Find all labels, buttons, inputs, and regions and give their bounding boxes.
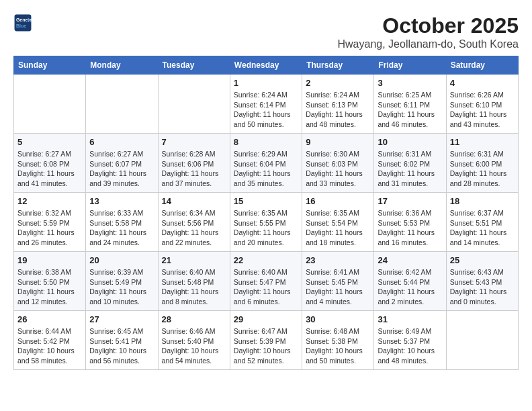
calendar-week-1: 1Sunrise: 6:24 AM Sunset: 6:14 PM Daylig… [14,75,519,134]
calendar-cell: 14Sunrise: 6:34 AM Sunset: 5:56 PM Dayli… [158,193,230,252]
day-info: Sunrise: 6:36 AM Sunset: 5:53 PM Dayligh… [378,208,442,248]
calendar-table: SundayMondayTuesdayWednesdayThursdayFrid… [13,56,519,370]
day-number: 17 [378,196,442,206]
calendar-cell: 19Sunrise: 6:38 AM Sunset: 5:50 PM Dayli… [14,252,86,311]
header: General Blue October 2025 Hwayang, Jeoll… [13,13,519,50]
calendar-cell: 17Sunrise: 6:36 AM Sunset: 5:53 PM Dayli… [374,193,446,252]
day-info: Sunrise: 6:30 AM Sunset: 6:03 PM Dayligh… [306,149,370,189]
day-info: Sunrise: 6:31 AM Sunset: 6:00 PM Dayligh… [450,149,515,189]
weekday-header-monday: Monday [86,56,158,75]
calendar-cell: 29Sunrise: 6:47 AM Sunset: 5:39 PM Dayli… [230,311,302,370]
day-number: 18 [450,196,515,206]
weekday-header-wednesday: Wednesday [230,56,302,75]
day-info: Sunrise: 6:43 AM Sunset: 5:43 PM Dayligh… [450,267,515,307]
day-info: Sunrise: 6:38 AM Sunset: 5:50 PM Dayligh… [17,267,82,307]
day-info: Sunrise: 6:32 AM Sunset: 5:59 PM Dayligh… [17,208,82,248]
calendar-cell: 26Sunrise: 6:44 AM Sunset: 5:42 PM Dayli… [14,311,86,370]
svg-text:Blue: Blue [16,24,26,28]
logo-icon: General Blue [13,13,32,32]
day-info: Sunrise: 6:40 AM Sunset: 5:47 PM Dayligh… [234,267,298,307]
calendar-cell: 28Sunrise: 6:46 AM Sunset: 5:40 PM Dayli… [158,311,230,370]
day-info: Sunrise: 6:27 AM Sunset: 6:08 PM Dayligh… [17,149,82,189]
day-info: Sunrise: 6:24 AM Sunset: 6:13 PM Dayligh… [306,90,370,130]
calendar-cell: 10Sunrise: 6:31 AM Sunset: 6:02 PM Dayli… [374,134,446,193]
day-info: Sunrise: 6:46 AM Sunset: 5:40 PM Dayligh… [162,326,226,366]
day-number: 4 [450,78,515,88]
calendar-cell: 23Sunrise: 6:41 AM Sunset: 5:45 PM Dayli… [302,252,374,311]
day-number: 14 [162,196,226,206]
calendar-cell: 9Sunrise: 6:30 AM Sunset: 6:03 PM Daylig… [302,134,374,193]
calendar-cell: 2Sunrise: 6:24 AM Sunset: 6:13 PM Daylig… [302,75,374,134]
calendar-cell: 8Sunrise: 6:29 AM Sunset: 6:04 PM Daylig… [230,134,302,193]
calendar-cell: 21Sunrise: 6:40 AM Sunset: 5:48 PM Dayli… [158,252,230,311]
day-number: 9 [306,137,370,147]
day-info: Sunrise: 6:47 AM Sunset: 5:39 PM Dayligh… [234,326,298,366]
day-info: Sunrise: 6:35 AM Sunset: 5:54 PM Dayligh… [306,208,370,248]
day-info: Sunrise: 6:40 AM Sunset: 5:48 PM Dayligh… [162,267,226,307]
weekday-header-friday: Friday [374,56,446,75]
calendar-cell: 18Sunrise: 6:37 AM Sunset: 5:51 PM Dayli… [446,193,518,252]
day-info: Sunrise: 6:45 AM Sunset: 5:41 PM Dayligh… [89,326,154,366]
day-number: 10 [378,137,442,147]
day-info: Sunrise: 6:35 AM Sunset: 5:55 PM Dayligh… [234,208,298,248]
day-number: 5 [17,137,82,147]
day-number: 27 [89,314,154,324]
weekday-header-row: SundayMondayTuesdayWednesdayThursdayFrid… [14,56,519,75]
day-number: 23 [306,255,370,265]
calendar-cell: 22Sunrise: 6:40 AM Sunset: 5:47 PM Dayli… [230,252,302,311]
day-number: 2 [306,78,370,88]
day-number: 7 [162,137,226,147]
day-number: 16 [306,196,370,206]
weekday-header-saturday: Saturday [446,56,518,75]
day-number: 29 [234,314,298,324]
day-number: 25 [450,255,515,265]
day-number: 24 [378,255,442,265]
title-area: October 2025 Hwayang, Jeollanam-do, Sout… [338,13,519,50]
day-number: 1 [234,78,298,88]
calendar-cell: 25Sunrise: 6:43 AM Sunset: 5:43 PM Dayli… [446,252,518,311]
calendar-cell: 12Sunrise: 6:32 AM Sunset: 5:59 PM Dayli… [14,193,86,252]
day-number: 6 [89,137,154,147]
calendar-cell: 1Sunrise: 6:24 AM Sunset: 6:14 PM Daylig… [230,75,302,134]
day-number: 30 [306,314,370,324]
day-number: 8 [234,137,298,147]
day-info: Sunrise: 6:41 AM Sunset: 5:45 PM Dayligh… [306,267,370,307]
weekday-header-tuesday: Tuesday [158,56,230,75]
calendar-cell: 27Sunrise: 6:45 AM Sunset: 5:41 PM Dayli… [86,311,158,370]
day-number: 3 [378,78,442,88]
calendar-cell: 3Sunrise: 6:25 AM Sunset: 6:11 PM Daylig… [374,75,446,134]
day-number: 28 [162,314,226,324]
calendar-cell [14,75,86,134]
day-info: Sunrise: 6:34 AM Sunset: 5:56 PM Dayligh… [162,208,226,248]
day-number: 26 [17,314,82,324]
day-info: Sunrise: 6:33 AM Sunset: 5:58 PM Dayligh… [89,208,154,248]
calendar-week-4: 19Sunrise: 6:38 AM Sunset: 5:50 PM Dayli… [14,252,519,311]
day-info: Sunrise: 6:31 AM Sunset: 6:02 PM Dayligh… [378,149,442,189]
calendar-cell: 5Sunrise: 6:27 AM Sunset: 6:08 PM Daylig… [14,134,86,193]
weekday-header-sunday: Sunday [14,56,86,75]
calendar-cell: 30Sunrise: 6:48 AM Sunset: 5:38 PM Dayli… [302,311,374,370]
day-number: 21 [162,255,226,265]
calendar-week-2: 5Sunrise: 6:27 AM Sunset: 6:08 PM Daylig… [14,134,519,193]
location-subtitle: Hwayang, Jeollanam-do, South Korea [338,38,519,50]
day-number: 11 [450,137,515,147]
day-info: Sunrise: 6:49 AM Sunset: 5:37 PM Dayligh… [378,326,442,366]
day-number: 31 [378,314,442,324]
day-info: Sunrise: 6:48 AM Sunset: 5:38 PM Dayligh… [306,326,370,366]
day-number: 13 [89,196,154,206]
calendar-cell: 16Sunrise: 6:35 AM Sunset: 5:54 PM Dayli… [302,193,374,252]
weekday-header-thursday: Thursday [302,56,374,75]
calendar-cell: 13Sunrise: 6:33 AM Sunset: 5:58 PM Dayli… [86,193,158,252]
calendar-cell [86,75,158,134]
day-info: Sunrise: 6:26 AM Sunset: 6:10 PM Dayligh… [450,90,515,130]
calendar-cell [158,75,230,134]
logo: General Blue [13,13,32,32]
day-number: 20 [89,255,154,265]
day-info: Sunrise: 6:29 AM Sunset: 6:04 PM Dayligh… [234,149,298,189]
calendar-week-5: 26Sunrise: 6:44 AM Sunset: 5:42 PM Dayli… [14,311,519,370]
day-number: 12 [17,196,82,206]
calendar-cell: 24Sunrise: 6:42 AM Sunset: 5:44 PM Dayli… [374,252,446,311]
day-info: Sunrise: 6:27 AM Sunset: 6:07 PM Dayligh… [89,149,154,189]
calendar-cell: 7Sunrise: 6:28 AM Sunset: 6:06 PM Daylig… [158,134,230,193]
day-info: Sunrise: 6:39 AM Sunset: 5:49 PM Dayligh… [89,267,154,307]
